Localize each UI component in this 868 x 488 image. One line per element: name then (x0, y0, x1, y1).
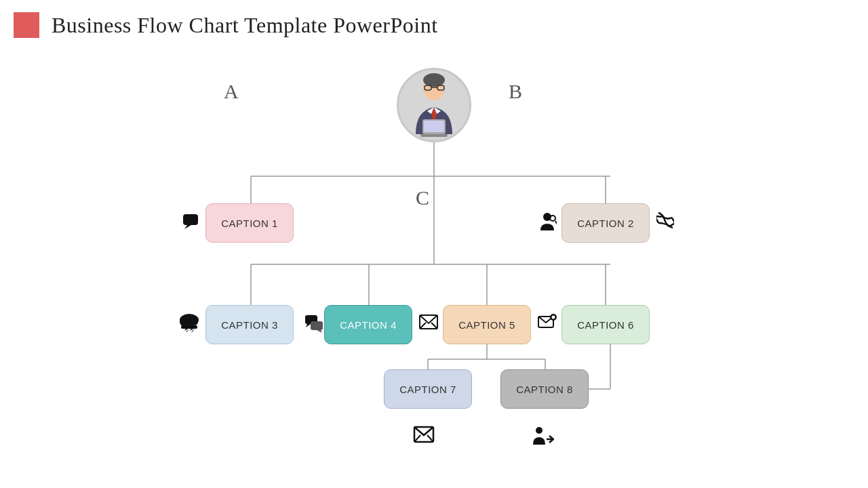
svg-marker-41 (317, 330, 322, 333)
avatar (397, 68, 471, 142)
caption-box-2: CAPTION 2 (561, 203, 650, 243)
chart-area: A B C CAPTION 1 CAPTION 2 CAPTION 3 CAPT… (0, 54, 868, 488)
svg-point-17 (423, 73, 445, 87)
svg-line-31 (555, 221, 557, 224)
mail-gear-icon (538, 314, 558, 336)
svg-rect-35 (181, 325, 197, 329)
caption-box-8: CAPTION 8 (500, 369, 589, 409)
svg-rect-40 (311, 321, 323, 330)
svg-rect-25 (424, 121, 444, 132)
caption-box-3: CAPTION 3 (205, 305, 294, 344)
svg-point-33 (180, 318, 188, 326)
mail-icon-1 (419, 314, 438, 334)
svg-point-34 (191, 319, 198, 325)
mail-icon-3 (413, 426, 435, 449)
chat-bubbles-icon (304, 314, 323, 338)
support-person-icon (538, 211, 557, 237)
person-arrow-icon (531, 426, 554, 452)
svg-line-44 (431, 323, 437, 329)
page-title: Business Flow Chart Template PowerPoint (52, 13, 438, 38)
caption-box-5: CAPTION 5 (443, 305, 531, 344)
chat-icon-1 (182, 211, 201, 235)
svg-marker-28 (184, 225, 191, 229)
label-a: A (224, 80, 239, 103)
phone-icon (656, 211, 674, 235)
header: Business Flow Chart Template PowerPoint (0, 0, 868, 45)
label-c: C (416, 186, 429, 209)
label-b: B (509, 80, 522, 103)
svg-line-43 (420, 323, 426, 329)
caption-box-4: CAPTION 4 (324, 305, 412, 344)
header-accent (14, 12, 39, 38)
svg-rect-26 (420, 134, 448, 137)
svg-point-49 (536, 427, 542, 434)
cloud-storm-icon (177, 312, 201, 338)
svg-marker-39 (306, 324, 311, 327)
caption-box-6: CAPTION 6 (561, 305, 650, 344)
svg-rect-27 (183, 214, 198, 225)
svg-point-47 (552, 316, 555, 319)
caption-box-1: CAPTION 1 (205, 203, 294, 243)
caption-box-7: CAPTION 7 (384, 369, 472, 409)
